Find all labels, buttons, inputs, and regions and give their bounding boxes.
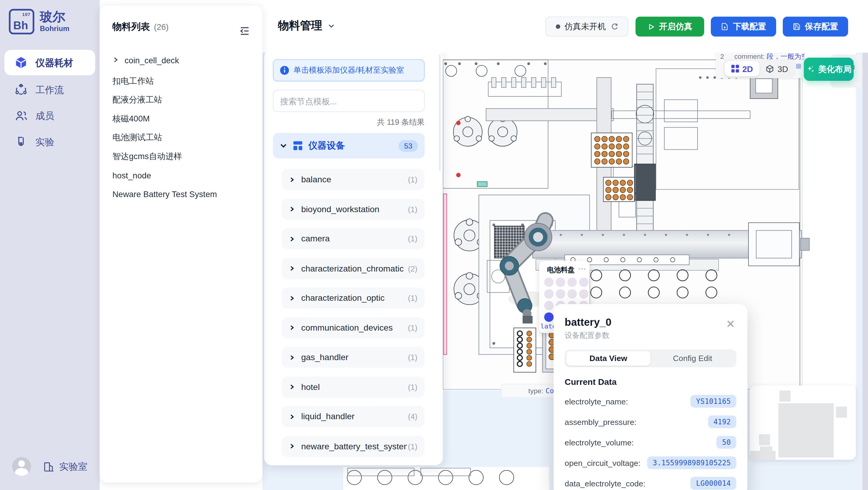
tray-well-selected[interactable] [544,313,554,322]
chevron-right-icon [289,206,295,212]
minimap-block [836,406,847,418]
collapse-panel-icon[interactable] [239,26,250,37]
view-mode-toggle: 2D 3D [723,59,796,78]
save-icon [793,23,801,30]
category-count-badge: 53 [399,140,418,151]
tray-well[interactable] [579,278,589,287]
refresh-icon[interactable] [611,23,618,30]
material-item[interactable]: host_node [112,169,251,182]
data-key: electrolyte_volume: [565,438,634,446]
material-item-coin-cell-deck[interactable]: coin_cell_deck [112,53,251,66]
category-label: 仪器设备 [308,140,393,151]
template-list: balance(1) bioyond_workstation(1) camera… [282,169,425,465]
material-item[interactable]: Neware Battery Test System [112,187,251,200]
template-item-communication-devices[interactable]: communication_devices(1) [282,317,425,338]
view-2d-button[interactable]: 2D [725,61,760,76]
template-item-neware-battery-test-system[interactable]: neware_battery_test_system(1) [282,436,425,457]
material-item[interactable]: 电池测试工站 [112,131,251,144]
lab-switcher[interactable]: 实验室 [43,460,87,473]
chevron-right-icon [289,236,295,242]
chevron-down-icon [328,22,335,30]
device-config-popup: battery_0 设备配置参数 ✕ Data View Config Edit… [554,304,747,490]
app-window: esou 2 _comment: 段，一般为空，stat 2D 3D 美化布局 … [0,0,868,490]
materials-count: (26) [154,22,169,32]
status-dot-icon [556,24,560,29]
download-config-label: 下载配置 [733,21,766,32]
template-hint-banner: 单击模板添加仪器/耗材至实验室 [273,59,425,82]
user-avatar[interactable] [12,457,31,475]
data-row: electrolyte_name: YS101165 [565,395,736,408]
tray-menu-icon[interactable]: ••• [578,265,586,272]
close-icon[interactable]: ✕ [726,319,735,330]
sidebar-item-experiments[interactable]: 实验 [4,129,95,154]
materials-title: 物料列表 [112,21,150,33]
workflow-icon [14,83,28,96]
template-item-characterization-chromatic[interactable]: characterization_chromatic(2) [282,258,425,279]
minimap-block [750,451,776,460]
template-item-camera[interactable]: camera(1) [282,228,425,249]
battery-tray-title: 电池料盘 [539,265,582,275]
category-instruments[interactable]: 仪器设备 53 [273,133,425,158]
download-file-icon [721,23,728,30]
sidebar-item-instruments[interactable]: 仪器耗材 [4,50,95,75]
template-item-liquid-handler[interactable]: liquid_handler(4) [282,406,425,427]
tray-well[interactable] [556,278,565,287]
template-hint-text: 单击模板添加仪器/耗材至实验室 [293,65,404,75]
materials-panel: 物料列表 (26) coin_cell_deck 扣电工作站 配液分液工站 核磁… [100,5,262,483]
panel-scrollbar-thumb[interactable] [439,54,441,171]
members-icon [14,109,28,122]
data-key: open_circuit_voltage: [565,458,641,467]
type-key: type: [528,387,543,395]
template-item-characterization-optic[interactable]: characterization_optic(1) [282,287,425,309]
data-value: YS101165 [691,395,736,408]
template-item-balance[interactable]: balance(1) [282,169,425,190]
download-config-button[interactable]: 下载配置 [711,17,776,36]
view-3d-button[interactable]: 3D [760,61,795,76]
tray-well[interactable] [567,278,577,287]
play-icon [648,23,655,30]
tray-well[interactable] [579,289,589,298]
template-panel: 单击模板添加仪器/耗材至实验室 共 119 条结果 仪器设备 53 balanc… [264,50,443,465]
minimap-block [759,434,770,445]
tray-well[interactable] [544,289,554,298]
experiment-icon [14,135,28,148]
template-item-hotel[interactable]: hotel(1) [282,376,425,398]
device-subtitle: 设备配置参数 [565,330,736,341]
tray-well[interactable] [544,278,554,287]
view-3d-label: 3D [777,64,788,73]
sidebar-item-members[interactable]: 成员 [4,104,95,128]
page-scrollbar[interactable] [863,0,868,490]
template-item-gas-handler[interactable]: gas_handler(1) [282,347,425,368]
device-grid-icon [293,141,303,151]
brand-subtitle: Bohrium [40,24,69,33]
info-icon [280,66,289,75]
data-key: assembly_pressure: [565,417,637,426]
save-config-label: 保存配置 [805,21,838,32]
app-logo[interactable]: 107 Bh 玻尔 Bohrium [9,9,69,34]
popup-tab-bar: Data View Config Edit [565,350,736,367]
material-item[interactable]: 智达gcms自动进样 [112,149,251,163]
bohrium-logo-icon: 107 Bh [9,9,34,34]
start-simulation-button[interactable]: 开启仿真 [636,17,704,36]
chevron-right-icon [289,413,295,420]
page-title[interactable]: 物料管理 [278,19,335,33]
beautify-layout-button[interactable]: 美化布局 [804,58,854,81]
sidebar-item-workflow[interactable]: 工作流 [4,78,95,102]
material-item[interactable]: 扣电工作站 [112,74,251,87]
cube-3d-icon [766,64,774,73]
chevron-down-icon [279,142,287,150]
chevron-right-icon [112,56,119,63]
material-item[interactable]: 配液分液工站 [112,93,251,106]
minimap[interactable] [750,385,856,460]
tab-data-view[interactable]: Data View [566,351,650,366]
template-search-input[interactable] [273,90,425,112]
tray-well[interactable] [567,289,577,298]
tray-well[interactable] [544,301,554,310]
tray-well[interactable] [556,289,565,298]
template-item-bioyond-workstation[interactable]: bioyond_workstation(1) [282,199,425,220]
material-item[interactable]: 核磁400M [112,112,251,125]
tab-config-edit[interactable]: Config Edit [651,351,735,366]
save-config-button[interactable]: 保存配置 [783,17,848,36]
simulation-status-badge[interactable]: 仿真未开机 [546,17,628,36]
data-row: open_circuit_voltage: 3.1559998989105225 [565,457,736,469]
